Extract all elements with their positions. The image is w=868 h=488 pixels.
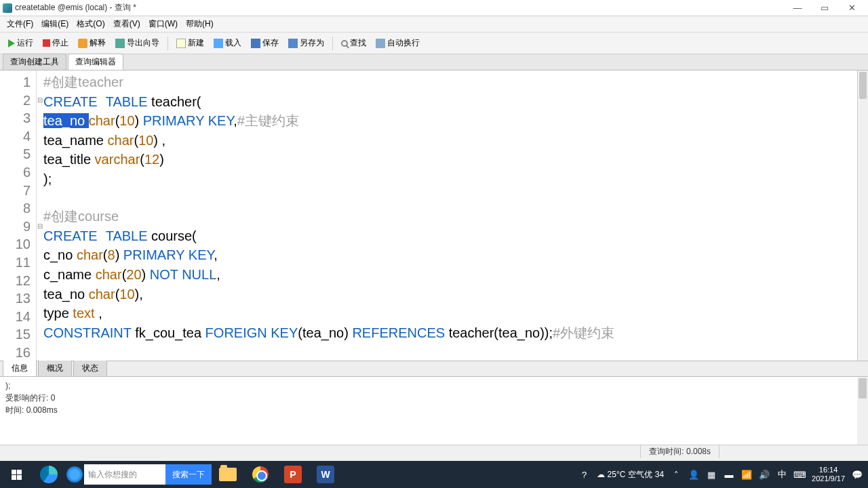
close-button[interactable]: ✕ [838, 1, 865, 16]
code-editor[interactable]: 1234 5678 9101112 13141516 ⊟ ⊟ #创建teache… [0, 70, 868, 361]
scrollbar-thumb[interactable] [859, 378, 867, 399]
status-empty [719, 445, 868, 458]
editor-tabbar: 查询创建工具 查询编辑器 [0, 54, 868, 70]
tab-query-editor[interactable]: 查询编辑器 [68, 54, 123, 70]
search-icon [341, 40, 348, 47]
taskbar-clock[interactable]: 16:14 2021/9/17 [812, 466, 845, 483]
weather-text: 空气优 34 [628, 469, 664, 481]
powerpoint-icon: P [284, 466, 302, 483]
search-widget[interactable]: 输入你想搜的 搜索一下 [65, 461, 212, 488]
battery-tray-icon[interactable]: ▬ [724, 469, 734, 480]
result-affected-rows: 受影响的行: 0 [5, 392, 863, 404]
editor-scrollbar[interactable] [857, 70, 868, 361]
volume-tray-icon[interactable]: 🔊 [759, 469, 770, 480]
run-icon [8, 39, 15, 47]
fold-gutter: ⊟ ⊟ [37, 70, 43, 361]
load-button[interactable]: 载入 [210, 35, 245, 52]
app-tray-icon[interactable]: ▦ [706, 469, 717, 480]
toolbar: 运行 停止 解释 导出向导 新建 载入 保存 另存为 查找 自动换行 [0, 33, 868, 54]
tab-status[interactable]: 状态 [73, 360, 107, 376]
code-area[interactable]: #创建teacher CREATE TABLE teacher( tea_no … [43, 70, 857, 361]
word-icon: W [317, 466, 334, 483]
explain-button[interactable]: 解释 [74, 35, 110, 52]
save-label: 保存 [262, 37, 279, 49]
find-button[interactable]: 查找 [337, 35, 370, 52]
stop-button[interactable]: 停止 [39, 35, 73, 52]
saveas-label: 另存为 [300, 37, 324, 49]
edge-button[interactable] [33, 461, 65, 488]
explain-icon [78, 39, 87, 48]
run-label: 运行 [17, 37, 33, 49]
saveas-button[interactable]: 另存为 [284, 35, 328, 52]
taskbar-search-input[interactable]: 输入你想搜的 [84, 464, 165, 485]
cloud-icon: ☁ [597, 470, 605, 479]
scrollbar-thumb[interactable] [859, 72, 867, 99]
window-title: createtable @emis (local) - 查询 * [15, 2, 784, 14]
selection: tea_no [43, 113, 89, 128]
ie-icon [66, 466, 83, 483]
result-tabbar: 信息 概况 状态 [0, 361, 868, 377]
start-button[interactable] [0, 461, 33, 488]
weather-widget[interactable]: ☁ 25°C 空气优 34 [597, 469, 665, 481]
result-scrollbar[interactable] [857, 377, 868, 445]
status-query-time: 查询时间: 0.008s [640, 445, 719, 458]
new-icon [176, 39, 186, 48]
load-icon [214, 39, 223, 48]
chrome-icon [252, 466, 269, 483]
toolbar-separator [332, 37, 333, 50]
save-icon [251, 39, 260, 48]
wrap-label: 自动换行 [387, 37, 420, 49]
powerpoint-button[interactable]: P [277, 461, 309, 488]
export-icon [115, 39, 125, 48]
new-label: 新建 [188, 37, 204, 49]
word-button[interactable]: W [309, 461, 342, 488]
notification-tray-icon[interactable]: 💬 [852, 469, 863, 480]
tab-info[interactable]: 信息 [3, 360, 37, 376]
wifi-tray-icon[interactable]: 📶 [741, 469, 752, 480]
menu-help[interactable]: 帮助(H) [182, 17, 218, 31]
explain-label: 解释 [90, 37, 106, 49]
export-button[interactable]: 导出向导 [111, 35, 163, 52]
maximize-button[interactable]: ▭ [811, 1, 838, 16]
stop-icon [43, 39, 50, 47]
ime-indicator[interactable]: 中 [776, 469, 787, 480]
file-explorer-button[interactable] [212, 461, 244, 488]
help-tray-icon[interactable]: ? [579, 469, 590, 480]
fold-marker[interactable]: ⊟ [37, 92, 43, 110]
baidu-search-button[interactable]: 搜索一下 [165, 464, 212, 485]
tab-query-builder[interactable]: 查询创建工具 [3, 54, 66, 70]
people-tray-icon[interactable]: 👤 [688, 469, 699, 480]
save-button[interactable]: 保存 [247, 35, 283, 52]
menu-file[interactable]: 文件(F) [3, 17, 37, 31]
result-time: 时间: 0.008ms [5, 404, 863, 416]
windows-taskbar: 输入你想搜的 搜索一下 P W ? ☁ 25°C 空气优 34 ˄ 👤 ▦ ▬ … [0, 461, 868, 488]
result-line: ); [5, 380, 863, 392]
wrap-icon [376, 39, 385, 48]
menu-edit[interactable]: 编辑(E) [37, 17, 73, 31]
clock-date: 2021/9/17 [812, 474, 845, 483]
tray-chevron-icon[interactable]: ˄ [671, 469, 682, 480]
saveas-icon [288, 39, 298, 48]
fold-marker[interactable]: ⊟ [37, 218, 43, 236]
tab-profile[interactable]: 概况 [38, 360, 72, 376]
minimize-button[interactable]: — [784, 1, 811, 16]
toolbar-separator [167, 37, 168, 50]
windows-icon [12, 470, 22, 480]
new-button[interactable]: 新建 [172, 35, 208, 52]
export-label: 导出向导 [127, 37, 159, 49]
load-label: 载入 [225, 37, 241, 49]
menu-view[interactable]: 查看(V) [109, 17, 144, 31]
edge-icon [40, 466, 58, 483]
clock-time: 16:14 [812, 466, 845, 474]
keyboard-tray-icon[interactable]: ⌨ [794, 469, 805, 480]
folder-icon [219, 468, 237, 481]
weather-temp: 25°C [608, 470, 626, 479]
menu-bar: 文件(F) 编辑(E) 格式(O) 查看(V) 窗口(W) 帮助(H) [0, 16, 868, 33]
wrap-button[interactable]: 自动换行 [372, 35, 424, 52]
chrome-button[interactable] [244, 461, 277, 488]
run-button[interactable]: 运行 [4, 35, 37, 52]
menu-window[interactable]: 窗口(W) [144, 17, 182, 31]
result-pane: ); 受影响的行: 0 时间: 0.008ms [0, 377, 868, 445]
menu-format[interactable]: 格式(O) [73, 17, 108, 31]
stop-label: 停止 [52, 37, 68, 49]
